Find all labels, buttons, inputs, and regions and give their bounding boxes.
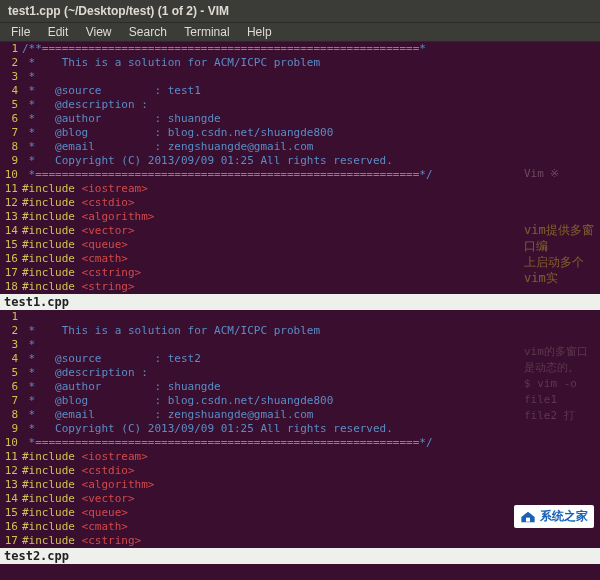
line-number-gutter: 1234567891011121314151617 bbox=[0, 310, 22, 548]
code-line[interactable]: *=======================================… bbox=[22, 436, 600, 450]
watermark-logo: 系统之家 bbox=[514, 505, 594, 528]
code-line[interactable]: * @source : test2 bbox=[22, 352, 600, 366]
house-icon bbox=[520, 510, 536, 524]
code-line[interactable]: * bbox=[22, 338, 600, 352]
code-line[interactable]: #include <cstring> bbox=[22, 266, 600, 280]
code-line[interactable] bbox=[22, 310, 600, 324]
status-filename: test2.cpp bbox=[4, 549, 69, 563]
code-line[interactable]: * @source : test1 bbox=[22, 84, 600, 98]
menu-file[interactable]: File bbox=[4, 23, 37, 41]
code-line[interactable]: * @description : bbox=[22, 98, 600, 112]
code-line[interactable]: * @blog : blog.csdn.net/shuangde800 bbox=[22, 394, 600, 408]
code-line[interactable]: #include <queue> bbox=[22, 238, 600, 252]
code-line[interactable]: * Copyright (C) 2013/09/09 01:25 All rig… bbox=[22, 154, 600, 168]
code-line[interactable]: * @author : shuangde bbox=[22, 380, 600, 394]
code-line[interactable]: /**=====================================… bbox=[22, 42, 600, 56]
code-line[interactable]: * @email : zengshuangde@gmail.com bbox=[22, 140, 600, 154]
code-line[interactable]: #include <cmath> bbox=[22, 252, 600, 266]
line-number-gutter: 123456789101112131415161718 bbox=[0, 42, 22, 294]
code-line[interactable]: * @blog : blog.csdn.net/shuangde800 bbox=[22, 126, 600, 140]
code-line[interactable]: *=======================================… bbox=[22, 168, 600, 182]
status-bar-1: test1.cpp bbox=[0, 294, 600, 310]
code-line[interactable]: #include <vector> bbox=[22, 224, 600, 238]
svg-rect-0 bbox=[526, 517, 530, 521]
code-line[interactable]: #include <string> bbox=[22, 280, 600, 294]
code-line[interactable]: * @author : shuangde bbox=[22, 112, 600, 126]
menu-search[interactable]: Search bbox=[122, 23, 174, 41]
window-title: test1.cpp (~/Desktop/test) (1 of 2) - VI… bbox=[8, 4, 229, 18]
code-line[interactable]: * bbox=[22, 70, 600, 84]
menubar: File Edit View Search Terminal Help bbox=[0, 23, 600, 42]
code-line[interactable]: #include <iostream> bbox=[22, 450, 600, 464]
code-line[interactable]: #include <algorithm> bbox=[22, 210, 600, 224]
window-titlebar: test1.cpp (~/Desktop/test) (1 of 2) - VI… bbox=[0, 0, 600, 23]
code-lines[interactable]: /**=====================================… bbox=[22, 42, 600, 294]
code-line[interactable]: #include <algorithm> bbox=[22, 478, 600, 492]
code-line[interactable]: #include <cstdio> bbox=[22, 196, 600, 210]
menu-help[interactable]: Help bbox=[240, 23, 279, 41]
code-line[interactable]: #include <cstdio> bbox=[22, 464, 600, 478]
code-line[interactable]: * This is a solution for ACM/ICPC proble… bbox=[22, 324, 600, 338]
code-line[interactable]: * Copyright (C) 2013/09/09 01:25 All rig… bbox=[22, 422, 600, 436]
code-line[interactable]: #include <vector> bbox=[22, 492, 600, 506]
code-line[interactable]: * @email : zengshuangde@gmail.com bbox=[22, 408, 600, 422]
editor-pane-2[interactable]: 1234567891011121314151617 * This is a so… bbox=[0, 310, 600, 548]
editor-pane-1[interactable]: 123456789101112131415161718 /**=========… bbox=[0, 42, 600, 294]
code-line[interactable]: #include <cstring> bbox=[22, 534, 600, 548]
background-text: Vim ※ vim提供多窗口编 上启动多个vim实 bbox=[520, 42, 600, 294]
code-line[interactable]: * This is a solution for ACM/ICPC proble… bbox=[22, 56, 600, 70]
code-line[interactable]: * @description : bbox=[22, 366, 600, 380]
menu-edit[interactable]: Edit bbox=[41, 23, 76, 41]
status-filename: test1.cpp bbox=[4, 295, 69, 309]
code-line[interactable]: #include <iostream> bbox=[22, 182, 600, 196]
menu-terminal[interactable]: Terminal bbox=[177, 23, 236, 41]
status-bar-2: test2.cpp bbox=[0, 548, 600, 564]
menu-view[interactable]: View bbox=[79, 23, 119, 41]
